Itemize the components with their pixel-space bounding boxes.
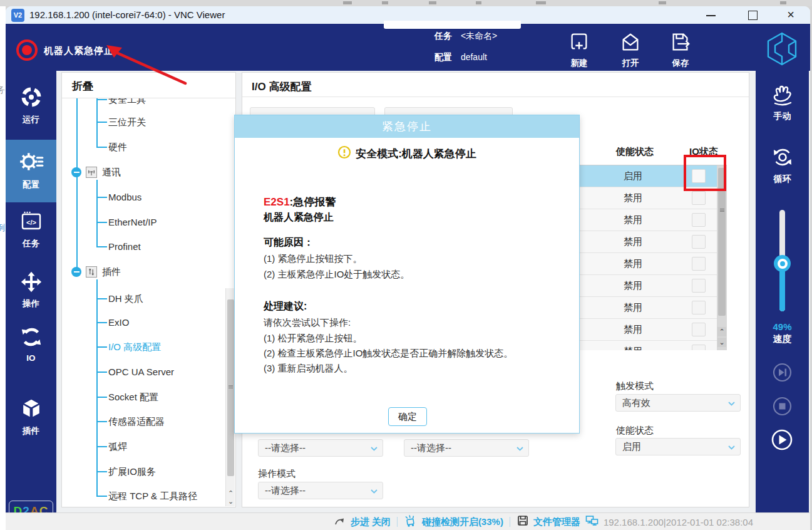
divider <box>397 517 398 527</box>
dialog-ok-button[interactable]: 确定 <box>388 407 427 426</box>
tree-item-ethernet-ip[interactable]: EtherNet/IP <box>108 215 157 230</box>
manual-mode-button[interactable]: 手动 <box>756 83 809 122</box>
sidebar-item-label: 插件 <box>6 425 56 437</box>
scroll-up-icon[interactable]: ⌃ <box>227 489 235 497</box>
trigger-mode-value: 高有效 <box>622 397 650 408</box>
enable-state-select[interactable]: 启用 <box>615 438 741 455</box>
speed-slider-knob[interactable] <box>774 255 791 272</box>
file-manager-link[interactable]: 文件管理器 <box>533 516 580 528</box>
operation-mode-label: 操作模式 <box>258 468 296 480</box>
left-nav-sidebar: 运行 <box>6 71 56 524</box>
io-state-checkbox[interactable] <box>692 323 706 336</box>
stop-button[interactable] <box>772 396 793 417</box>
svg-text:</>: </> <box>26 219 36 226</box>
tree-scrollbar-thumb[interactable] <box>227 299 234 476</box>
tree-branch-line <box>96 279 98 496</box>
plugin-box-icon <box>86 266 97 278</box>
save-button[interactable]: 保存 <box>660 31 701 69</box>
suggestion-item: (1) 松开紧急停止按钮。 <box>264 333 362 345</box>
sidebar-item-io[interactable]: IO <box>6 325 56 370</box>
new-button[interactable]: 新建 <box>559 31 599 69</box>
right-control-panel: 手动 循环 <box>756 71 809 517</box>
tree-item-dh-gripper[interactable]: DH 夹爪 <box>108 291 143 306</box>
io-state-checkbox[interactable] <box>692 279 706 293</box>
tree-item-io-advanced-config[interactable]: I/O 高级配置 <box>108 340 161 355</box>
enable-state-cell: 禁用 <box>602 187 664 209</box>
io-state-checkbox[interactable] <box>692 345 706 350</box>
network-icon <box>585 514 599 530</box>
tree-item-opc-ua-server[interactable]: OPC UA Server <box>108 365 174 380</box>
tree-item-remote-tcp-toolpath[interactable]: 远程 TCP & 工具路径 <box>108 489 197 504</box>
suggestion-title: 处理建议: <box>264 300 307 313</box>
enable-state-cell: 禁用 <box>602 209 664 231</box>
save-button-label: 保存 <box>660 58 701 69</box>
tree-scrollbar[interactable]: ⌃ ⌄ <box>225 288 235 506</box>
open-icon <box>619 45 642 56</box>
gear-icon <box>18 166 44 177</box>
column-header-enable-state: 使能状态 <box>616 146 654 158</box>
suggestion-item: (2) 检查主板紧急停止IO触发状态是否正确并解除触发状态。 <box>264 348 513 360</box>
open-button[interactable]: 打开 <box>610 31 650 69</box>
maximize-button[interactable] <box>739 6 766 24</box>
tree-item-communication[interactable]: 通讯 <box>102 165 121 180</box>
desktop-background-strip <box>0 0 812 6</box>
cause-item: (1) 紧急停止按钮按下。 <box>264 253 362 265</box>
dialog-title[interactable]: 紧急停止 <box>235 115 579 138</box>
sidebar-item-run[interactable]: 运行 <box>6 85 56 128</box>
step-mode-status[interactable]: 步进 关闭 <box>351 516 391 528</box>
sidebar-item-config[interactable]: 配置 <box>6 140 56 202</box>
bottom-select-1[interactable]: --请选择-- <box>258 439 383 457</box>
io-state-checkbox[interactable] <box>692 301 706 314</box>
minimize-button[interactable] <box>697 6 724 24</box>
scroll-down-icon[interactable]: ⌄ <box>717 338 726 347</box>
scroll-up-icon[interactable]: ⌃ <box>717 327 726 336</box>
enable-state-value: 启用 <box>622 441 641 452</box>
estop-status-text: 机器人紧急停止 <box>44 45 114 57</box>
collision-detect-status[interactable]: 碰撞检测开启(33%) <box>422 516 503 528</box>
sidebar-item-task[interactable]: </> 任务 <box>6 210 56 254</box>
operation-mode-select[interactable]: --请选择-- <box>258 482 383 499</box>
tree-collapse-toggle[interactable] <box>71 267 81 277</box>
io-state-checkbox[interactable] <box>692 213 706 227</box>
enable-state-cell: 禁用 <box>602 319 664 340</box>
tree-item-exio[interactable]: ExIO <box>108 315 129 330</box>
move-arrows-icon <box>19 285 43 296</box>
tree-item-sensor-adapter[interactable]: 传感器适配器 <box>108 414 165 429</box>
tree-item-arc-welding[interactable]: 弧焊 <box>108 439 127 454</box>
cycle-mode-button[interactable]: 循环 <box>756 145 809 185</box>
bottom-select-2[interactable]: --请选择-- <box>404 439 529 457</box>
trigger-mode-select[interactable]: 高有效 <box>615 394 741 412</box>
speed-value: 49% <box>756 321 809 332</box>
tree-item-three-position-switch[interactable]: 三位开关 <box>108 115 146 130</box>
error-code: E2S1 <box>264 196 290 208</box>
io-state-checkbox[interactable] <box>692 191 706 205</box>
tree-item-modbus[interactable]: Modbus <box>108 190 141 205</box>
close-button[interactable]: × <box>778 6 804 24</box>
window-title: 192.168.1.200 (intel-corei7-64:0) - VNC … <box>29 9 225 20</box>
tree-item-plugins[interactable]: 插件 <box>102 264 121 279</box>
sidebar-item-operate[interactable]: 操作 <box>6 270 56 314</box>
tree-branch-line <box>96 180 98 247</box>
tree-item-extended-io-service[interactable]: 扩展IO服务 <box>108 464 156 479</box>
background-window-fragment <box>476 1 481 4</box>
suggestion-intro: 请依次尝试以下操作: <box>264 317 351 329</box>
play-button[interactable] <box>771 429 793 451</box>
sidebar-item-plugin[interactable]: 插件 <box>6 397 56 441</box>
cube-icon <box>19 412 43 423</box>
table-scrollbar[interactable]: ⌃ ⌄ <box>717 165 727 350</box>
io-state-checkbox[interactable] <box>692 257 706 271</box>
task-label: 任务 <box>434 31 452 41</box>
error-name: :急停报警 <box>290 196 336 208</box>
tree-item-profinet[interactable]: Profinet <box>108 239 141 254</box>
tree-collapse-toggle[interactable] <box>71 167 81 177</box>
scroll-down-icon[interactable]: ⌄ <box>227 497 235 506</box>
tree-branch-line <box>96 98 98 147</box>
tree-item-hardware[interactable]: 硬件 <box>108 140 127 155</box>
io-state-checkbox[interactable] <box>692 235 706 249</box>
vnc-toolbar-tab[interactable] <box>384 21 521 29</box>
select-placeholder: --请选择-- <box>411 442 451 453</box>
tree-item-safety-tools[interactable]: 安全工具 <box>108 98 146 107</box>
step-forward-button[interactable] <box>772 362 793 383</box>
tree-collapse-title[interactable]: 折叠 <box>72 79 93 93</box>
tree-item-socket-config[interactable]: Socket 配置 <box>108 390 158 405</box>
